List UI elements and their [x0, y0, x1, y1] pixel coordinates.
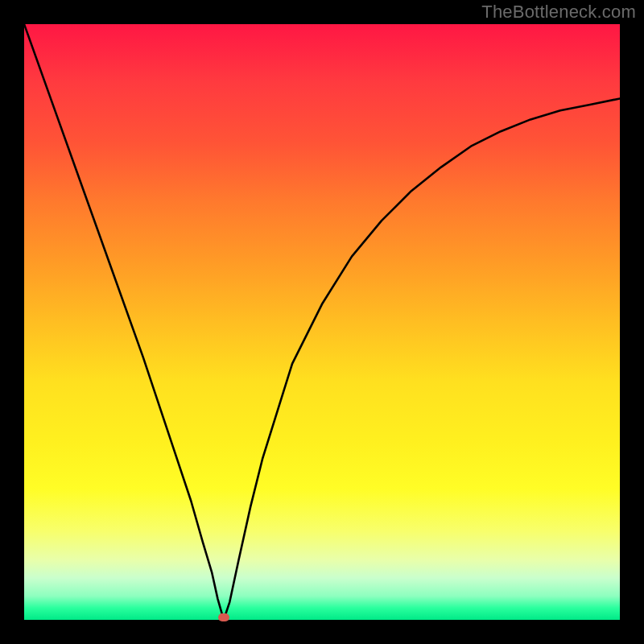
minimum-marker [218, 613, 229, 621]
watermark-text: TheBottleneck.com [481, 2, 636, 23]
plot-area [24, 24, 620, 620]
curve-path [24, 24, 620, 620]
chart-svg [24, 24, 620, 620]
chart-frame: TheBottleneck.com [0, 0, 644, 644]
